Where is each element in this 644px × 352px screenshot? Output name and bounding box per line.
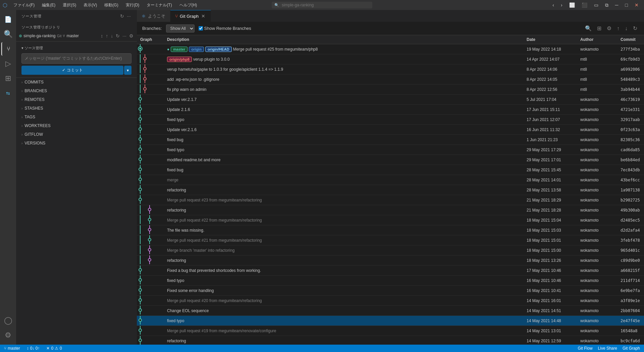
menu-terminal[interactable]: ターミナル(T) (143, 1, 175, 9)
table-row[interactable]: fixed typo16 May 2021 10:46wokamoto211df… (137, 276, 644, 286)
activity-search[interactable]: 🔍 (1, 27, 15, 41)
col-header-date: Date (523, 35, 577, 44)
table-row[interactable]: merge28 May 2021 14:01wokamoto43bef6cc (137, 175, 644, 185)
show-remote-branches-label[interactable]: Show Remote Branches (199, 26, 251, 31)
menu-select[interactable]: 選択(S) (59, 1, 79, 9)
menu-help[interactable]: ヘルプ(H) (176, 1, 201, 9)
table-row[interactable]: fixed bug1 Jun 2021 21:23wokamoto82305c3… (137, 135, 644, 145)
activity-remote[interactable]: ⇆ (1, 86, 15, 100)
sidebar-section-commits[interactable]: ›COMMITS (16, 78, 137, 86)
show-remote-branches-checkbox[interactable] (199, 26, 203, 31)
scm-push-btn[interactable]: ↑ (105, 33, 109, 39)
menu-go[interactable]: 移動(G) (101, 1, 121, 9)
editor-layout-button[interactable]: ⧉ (602, 1, 611, 9)
activity-accounts[interactable]: ◯ (1, 314, 15, 327)
table-row[interactable]: Merge pull request #22 from megumiteam/r… (137, 215, 644, 225)
table-row[interactable]: Update 2.1.617 Jun 2021 15:11wokamoto472… (137, 105, 644, 115)
minimize-button[interactable]: ─ (612, 1, 621, 9)
sidebar-refresh-btn[interactable]: ↻ (119, 13, 125, 19)
expand-arrow-7: › (21, 141, 22, 145)
table-row[interactable]: fix php warn on admin8 Apr 2022 12:56mt8… (137, 84, 644, 95)
menu-run[interactable]: 実行(D) (122, 1, 143, 9)
status-git-flow[interactable]: Git Flow (577, 346, 594, 351)
maximize-button[interactable]: □ (623, 1, 631, 9)
status-branch[interactable]: ⑂ master (3, 346, 21, 351)
commit-dropdown-button[interactable]: ▾ (124, 66, 131, 75)
table-row[interactable]: fixed typo17 Jun 2021 12:07wokamoto32917… (137, 115, 644, 125)
table-row[interactable]: modified readme.txt and more29 May 2021 … (137, 155, 644, 165)
sidebar-section-branches[interactable]: ›BRANCHES (16, 86, 137, 95)
scm-pull-btn[interactable]: ↓ (110, 33, 114, 39)
table-row[interactable]: Fixed a bug that prevented shortcodes fr… (137, 266, 644, 276)
branches-select[interactable]: Show All (166, 24, 195, 33)
panel-toggle-button[interactable]: ⬛ (579, 1, 590, 9)
git-graph-pull-btn[interactable]: ↓ (624, 24, 629, 33)
commit-button[interactable]: ✓ コミット (21, 66, 123, 75)
table-row[interactable]: Merge pull request #21 from megumiteam/r… (137, 235, 644, 245)
table-row[interactable]: Update ver.2.1.75 Jul 2021 17:04wokamoto… (137, 95, 644, 105)
activity-source-control[interactable]: ⑂ (1, 42, 15, 56)
table-row[interactable]: ●masteroriginorigin/HEADMerge pull reque… (137, 44, 644, 54)
graph-cell (137, 135, 164, 145)
sidebar-section-versions[interactable]: ›VERSIONS (16, 139, 137, 148)
table-row[interactable]: refactoring14 May 2021 12:59wokamotobc9c… (137, 336, 644, 345)
activity-extensions[interactable]: ⊞ (1, 72, 15, 85)
nav-forward-button[interactable]: › (558, 1, 565, 9)
status-errors[interactable]: ✕ 0 ⚠ 0 (45, 346, 63, 351)
nav-back-button[interactable]: ‹ (550, 1, 557, 9)
table-row[interactable]: Merge pull request #19 from megumiteam/r… (137, 326, 644, 336)
menu-view[interactable]: 表示(V) (80, 1, 100, 9)
table-row[interactable]: verup hametuha/gapiw to 1.0.3 for google… (137, 64, 644, 74)
table-row[interactable]: fixed bug28 May 2021 15:45wokamoto7ec843… (137, 165, 644, 175)
table-row[interactable]: Fixed some error handling16 May 2021 10:… (137, 286, 644, 296)
sidebar-section-tags[interactable]: ›TAGS (16, 113, 137, 121)
table-row[interactable]: refactoring18 May 2021 13:26wokamotoc89d… (137, 255, 644, 266)
status-sync[interactable]: ↕ 0↓ 0↑ (25, 346, 41, 351)
scm-more-btn[interactable]: ··· (122, 33, 127, 39)
scm-sync-btn[interactable]: ↕ (100, 33, 104, 39)
table-row[interactable]: The file was missing.18 May 2021 15:03wo… (137, 225, 644, 235)
status-git-graph[interactable]: Git Graph (621, 346, 641, 351)
table-row[interactable]: Merge pull request #20 from megumiteam/r… (137, 296, 644, 306)
table-row[interactable]: Merge pull request #23 from megumiteam/r… (137, 195, 644, 205)
menu-edit[interactable]: 編集(E) (39, 1, 59, 9)
close-button[interactable]: ✕ (632, 1, 641, 9)
sidebar-section-gitflow[interactable]: ›GITFLOW (16, 130, 137, 139)
sidebar-section-worktrees[interactable]: ›WORKTREES (16, 121, 137, 130)
commit-hash: 32917aab (617, 115, 644, 125)
commit-description: Update ver.2.1.6 (164, 125, 523, 135)
menu-file[interactable]: ファイル(F) (10, 1, 38, 9)
table-row[interactable]: fixed typo14 May 2021 14:48wokamoto2e47f… (137, 316, 644, 326)
table-row[interactable]: Update ver.2.1.616 Jun 2021 11:32wokamot… (137, 125, 644, 135)
git-graph-container[interactable]: Graph Description Date Author Commit ●ma… (137, 35, 644, 345)
sidebar-section-remotes[interactable]: ›REMOTES (16, 95, 137, 104)
table-row[interactable]: add .wp-env.json to .gitignore8 Apr 2022… (137, 74, 644, 84)
tab-git-graph[interactable]: ⑂ Git Graph ✕ (170, 10, 211, 22)
git-graph-push-btn[interactable]: ↑ (615, 24, 621, 33)
commit-author: wokamoto (577, 336, 617, 345)
sidebar-more-btn[interactable]: ··· (126, 13, 131, 19)
scm-refresh-btn[interactable]: ↻ (115, 33, 120, 39)
git-graph-remote-btn[interactable]: ⊞ (596, 24, 603, 33)
layout-toggle-button[interactable]: ⬜ (567, 1, 578, 9)
git-graph-refresh-btn[interactable]: ↻ (632, 24, 639, 33)
commit-date: 28 May 2021 13:58 (523, 185, 577, 195)
tab-git-graph-close[interactable]: ✕ (201, 13, 206, 19)
scm-settings-btn[interactable]: ⚙ (128, 33, 134, 39)
git-graph-settings-btn[interactable]: ⚙ (605, 24, 613, 33)
table-row[interactable]: Change EOL sequence14 May 2021 14:51woka… (137, 306, 644, 316)
status-live-share[interactable]: Live Share (597, 346, 619, 351)
table-row[interactable]: refactoring28 May 2021 13:58wokamoto1a90… (137, 185, 644, 195)
table-row[interactable]: origin/php8verup plugin to 3.0.014 Apr 2… (137, 54, 644, 64)
table-row[interactable]: refactoring21 May 2021 18:28wokamoto49b3… (137, 205, 644, 215)
tab-welcome[interactable]: ⚛ ようこそ (137, 10, 170, 22)
search-input[interactable] (272, 2, 372, 8)
activity-settings[interactable]: ⚙ (1, 329, 15, 342)
activity-explorer[interactable]: 📄 (1, 13, 15, 26)
activity-run[interactable]: ▷ (1, 57, 15, 70)
table-row[interactable]: fixed typo29 May 2021 17:29wokamotocad6d… (137, 145, 644, 155)
git-graph-search-btn[interactable]: 🔍 (584, 24, 593, 33)
table-row[interactable]: Merge branch 'master' into refactoring18… (137, 245, 644, 255)
sidebar-section-stashes[interactable]: ›STASHES (16, 104, 137, 113)
sidebar-toggle-button[interactable]: ▭ (591, 1, 601, 9)
